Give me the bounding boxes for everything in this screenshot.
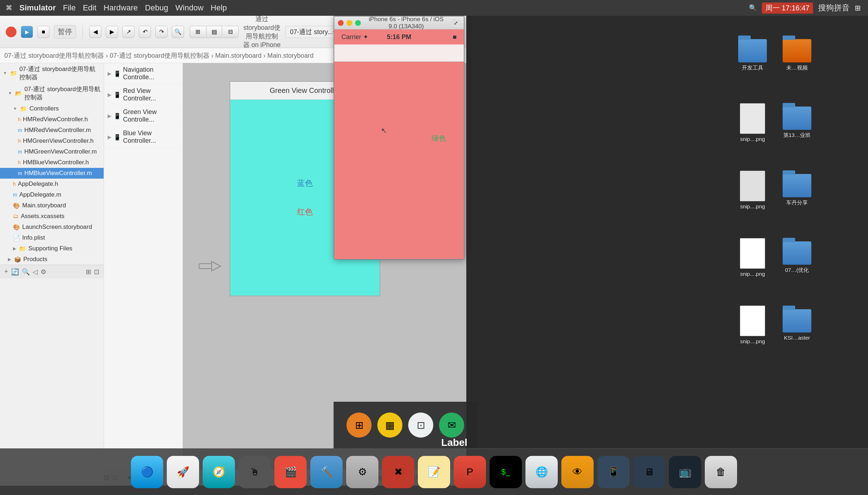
file-info-plist[interactable]: 📄 Info.plist	[0, 232, 104, 243]
dock-xmind[interactable]: ✖	[382, 456, 414, 488]
settings-icon[interactable]: ⚙	[41, 268, 46, 276]
dock-trash[interactable]: 🗑	[705, 456, 737, 488]
file-main-storyboard[interactable]: 🎨 Main.storyboard	[0, 200, 104, 211]
breadcrumb-text: 07-通过 storyboard使用导航控制器 › 07-通过 storyboa…	[4, 51, 313, 60]
zoom-icon[interactable]: ⊡	[94, 268, 99, 276]
add-file-button[interactable]: +	[4, 268, 8, 275]
desktop-thumb-3[interactable]: snip....png	[732, 225, 773, 290]
red-button[interactable]: 红色	[297, 207, 313, 217]
inspector-button[interactable]: ⊡	[408, 412, 433, 438]
menubar-right: 🔍 周一 17:16:47 搜狗拼音 ⊞	[749, 3, 861, 14]
dock-preview[interactable]: 👁	[561, 456, 594, 488]
project-root[interactable]: ▼ 📁 07-通过 storyboard使用导航控制器	[0, 63, 104, 83]
debug-button[interactable]: ✉	[439, 412, 464, 438]
desktop-thumb-1[interactable]: snip....png	[732, 90, 773, 155]
simulator-titlebar: iPhone 6s - iPhone 6s / iOS 9.0 (13A340)…	[334, 16, 464, 29]
nav-toggle-2[interactable]: ▤	[206, 26, 222, 38]
dock-ppt[interactable]: P	[454, 456, 486, 488]
forward-button[interactable]: ▶	[106, 26, 118, 38]
file-appdelegate-h[interactable]: h AppDelegate.h	[0, 179, 104, 189]
dock-screen-1[interactable]: 📱	[597, 456, 629, 488]
dock-settings[interactable]: ⚙	[346, 456, 378, 488]
layout-toggle[interactable]: ⊞	[86, 268, 91, 276]
file-label: LaunchScreen.storyboard	[22, 223, 92, 231]
apple-menu[interactable]: ⌘	[6, 4, 12, 12]
folder-devtools-icon	[738, 39, 767, 62]
run-button[interactable]: ▶	[21, 26, 33, 38]
file-hmredvc-h[interactable]: h HMRedViewController.h	[0, 114, 104, 125]
dock-browser[interactable]: 🌐	[525, 456, 558, 488]
desktop-thumb-4[interactable]: snip....png	[732, 293, 773, 357]
file-assets[interactable]: 🗂 Assets.xcassets	[0, 211, 104, 222]
filter-icon[interactable]: 🔄	[11, 268, 19, 276]
maximize-window-button[interactable]	[355, 20, 361, 26]
file-navigator: ▼ 📁 07-通过 storyboard使用导航控制器 ▼ 📂 07-通过 st…	[0, 63, 104, 486]
desktop-folder-chadan[interactable]: 车丹分享	[776, 158, 818, 222]
blue-button[interactable]: 蓝色	[297, 178, 313, 189]
file-appdelegate-m[interactable]: m AppDelegate.m	[0, 189, 104, 200]
search-button[interactable]: 🔍	[172, 26, 184, 38]
scene-red[interactable]: ▶ 📱 Red View Controller...	[104, 84, 183, 105]
menu-help[interactable]: Help	[211, 3, 227, 13]
menu-file[interactable]: File	[63, 3, 75, 13]
scene-green[interactable]: ▶ 📱 Green View Controlle...	[104, 105, 183, 127]
supporting-files-folder[interactable]: ▶ 📁 Supporting Files	[0, 243, 104, 254]
scene-navigation[interactable]: ▶ 📱 Navigation Controlle...	[104, 63, 183, 84]
dock-launchpad[interactable]: 🚀	[167, 456, 199, 488]
undo-button[interactable]: ↶	[139, 26, 151, 38]
minimize-window-button[interactable]	[346, 20, 352, 26]
close-window-button[interactable]	[338, 20, 344, 26]
desktop-folder-video[interactable]: 未…视频	[776, 23, 818, 88]
menu-hardware[interactable]: Hardware	[104, 3, 138, 13]
desktop-folder-class13[interactable]: 第13…业班	[776, 90, 818, 155]
desktop-thumb-2[interactable]: snip....png	[732, 158, 773, 222]
menu-window[interactable]: Window	[175, 3, 203, 13]
back-button[interactable]: ◀	[89, 26, 102, 38]
phone-body[interactable]: ↖ 绿色	[334, 62, 464, 259]
dock-safari[interactable]: 🧭	[203, 456, 235, 488]
nav-toggle-1[interactable]: ⊞	[190, 26, 206, 38]
dock-screen-3[interactable]: 📺	[669, 456, 701, 488]
file-hmredvc-m[interactable]: m HMRedViewController.m	[0, 125, 104, 136]
scene-blue[interactable]: ▶ 📱 Blue View Controller...	[104, 127, 183, 148]
label-tag: Label	[441, 437, 467, 448]
stop-button[interactable]	[6, 27, 16, 37]
redo-button[interactable]: ↷	[155, 26, 168, 38]
stop-square-button[interactable]: ■	[37, 26, 49, 38]
file-launchscreen[interactable]: 🎨 LaunchScreen.storyboard	[0, 222, 104, 232]
h-icon: h	[18, 117, 21, 122]
scene-label: Red View Controller...	[123, 87, 179, 102]
dock-notes[interactable]: 📝	[418, 456, 450, 488]
time-label: 5:16 PM	[380, 33, 418, 41]
group-folder[interactable]: ▼ 📂 07-通过 storyboard使用导航控制器	[0, 83, 104, 103]
dock-mouse[interactable]: 🖱	[239, 456, 271, 488]
dock-terminal[interactable]: $_	[490, 456, 522, 488]
menu-debug[interactable]: Debug	[145, 3, 168, 13]
dock-xcode[interactable]: 🔨	[310, 456, 343, 488]
dock-video[interactable]: 🎬	[274, 456, 307, 488]
file-hmgreenvc-m[interactable]: m HMGreenViewController.m	[0, 146, 104, 157]
object-library-button[interactable]: ⊞	[346, 412, 372, 438]
history-icon[interactable]: ◁	[33, 268, 38, 276]
products-folder[interactable]: ▶ 📦 Products	[0, 254, 104, 265]
entry-arrow	[197, 257, 226, 275]
file-hmbluevc-m[interactable]: m HMBlueViewController.m	[0, 168, 104, 179]
desktop-folder-devtools[interactable]: 开发工具	[732, 23, 773, 88]
input-method[interactable]: 搜狗拼音	[818, 3, 850, 13]
media-library-button[interactable]: ▦	[377, 412, 402, 438]
desktop-folder-ksi[interactable]: KSI…aster	[776, 293, 818, 357]
file-label: Assets.xcassets	[21, 213, 65, 220]
menu-simulator[interactable]: Simulator	[19, 3, 56, 13]
dock-screen-2[interactable]: 🖥	[633, 456, 665, 488]
jump-button[interactable]: ↗	[122, 26, 135, 38]
menu-edit[interactable]: Edit	[83, 3, 96, 13]
nav-toggle-3[interactable]: ⊟	[223, 26, 239, 38]
search-icon[interactable]: 🔍	[22, 268, 30, 276]
file-hmgreenvc-h[interactable]: h HMGreenViewController.h	[0, 136, 104, 146]
expand-button[interactable]: ⤢	[452, 19, 460, 27]
file-hmbluevc-h[interactable]: h HMBlueViewController.h	[0, 157, 104, 168]
controllers-folder[interactable]: ▼ 📁 Controllers	[0, 103, 104, 114]
dock-finder[interactable]: 🔵	[131, 456, 163, 488]
thumbnail-2	[740, 171, 765, 201]
desktop-folder-07opt[interactable]: 07…(优化	[776, 225, 818, 290]
